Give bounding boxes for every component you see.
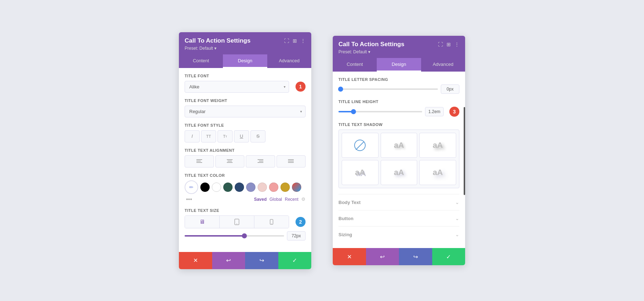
align-justify-button[interactable] <box>277 155 306 168</box>
left-panel-tabs: Content Design Advanced <box>179 54 311 68</box>
title-font-style-label: Title Font Style <box>185 123 306 127</box>
small-caps-button[interactable]: Tт <box>218 130 233 142</box>
color-actions: ••• Saved Global Recent ⚙ <box>185 196 306 203</box>
scrollbar[interactable] <box>464 107 465 195</box>
align-left-button[interactable] <box>185 155 214 168</box>
title-text-shadow-group: Title Text Shadow aA aA aA aA aA <box>338 122 459 188</box>
right-panel-header-icons: ⛶ ⊞ ⋮ <box>438 42 459 47</box>
step-badge-3: 3 <box>449 107 459 117</box>
svg-rect-12 <box>288 159 294 160</box>
cancel-button-right[interactable]: ✕ <box>333 248 366 265</box>
undo-button-left[interactable]: ↩ <box>212 252 245 269</box>
italic-button[interactable]: I <box>185 130 200 142</box>
more-vert-icon[interactable]: ⋮ <box>301 38 306 44</box>
svg-rect-6 <box>227 162 233 163</box>
saved-link[interactable]: Saved <box>254 197 267 202</box>
title-text-align-group: Title Text Alignment <box>185 148 306 168</box>
title-text-shadow-label: Title Text Shadow <box>338 122 459 127</box>
left-panel-preset[interactable]: Preset: Default ▾ <box>185 46 306 51</box>
title-text-color-group: Title Text Color ✏ ••• Saved Global Rece… <box>185 173 306 203</box>
caps-button[interactable]: TT <box>201 130 216 142</box>
shadow-option-5[interactable]: aA <box>419 160 456 185</box>
color-dark-green[interactable] <box>223 183 233 192</box>
svg-rect-13 <box>288 161 294 161</box>
tab-advanced-right[interactable]: Advanced <box>421 58 465 72</box>
title-font-select[interactable]: Alike <box>185 81 289 93</box>
grid-icon[interactable]: ⊞ <box>293 38 297 44</box>
body-text-section[interactable]: Body Text ⌄ <box>338 194 459 210</box>
color-picker-button[interactable]: ✏ <box>185 180 198 194</box>
fullscreen-icon-right[interactable]: ⛶ <box>438 42 443 47</box>
color-black[interactable] <box>200 183 210 192</box>
desktop-button[interactable]: 🖥 <box>185 216 220 228</box>
right-panel: Call To Action Settings ⛶ ⊞ ⋮ Preset: De… <box>333 36 465 265</box>
undo-button-right[interactable]: ↩ <box>366 248 399 265</box>
right-panel-preset[interactable]: Preset: Default ▾ <box>338 49 459 54</box>
button-section[interactable]: Button ⌄ <box>338 210 459 226</box>
title-text-align-label: Title Text Alignment <box>185 148 306 152</box>
color-gradient[interactable] <box>292 183 301 192</box>
confirm-button-left[interactable]: ✓ <box>278 252 312 269</box>
line-height-value[interactable]: 1.2em <box>425 107 444 116</box>
color-lavender[interactable] <box>246 183 255 192</box>
title-font-group: Title Font Alike ▾ 1 <box>185 74 306 93</box>
no-shadow-icon <box>354 140 366 151</box>
tablet-button[interactable] <box>220 216 254 228</box>
letter-spacing-slider[interactable] <box>338 88 438 90</box>
letter-spacing-value[interactable]: 0px <box>441 84 459 94</box>
tab-content-right[interactable]: Content <box>333 58 377 72</box>
color-dark-blue[interactable] <box>235 183 244 192</box>
align-right-button[interactable] <box>246 155 275 168</box>
fullscreen-icon[interactable]: ⛶ <box>284 38 289 44</box>
svg-rect-4 <box>227 159 233 160</box>
color-section: ✏ <box>185 180 306 194</box>
cancel-button-left[interactable]: ✕ <box>179 252 212 269</box>
title-text-size-label: Title Text Size <box>185 208 306 213</box>
tab-design-right[interactable]: Design <box>377 58 421 72</box>
color-more-button[interactable]: ••• <box>186 196 192 203</box>
recent-link[interactable]: Recent <box>285 197 298 202</box>
shadow-option-4[interactable]: aA <box>381 160 418 185</box>
confirm-button-right[interactable]: ✓ <box>432 248 465 265</box>
svg-rect-2 <box>196 162 202 163</box>
title-letter-spacing-group: Title Letter Spacing 0px <box>338 77 459 94</box>
global-link[interactable]: Global <box>269 197 282 202</box>
svg-rect-10 <box>258 162 263 163</box>
title-size-value[interactable]: 72px <box>287 231 306 241</box>
title-font-weight-group: Title Font Weight Regular ▾ <box>185 98 306 117</box>
shadow-option-2[interactable]: aA <box>419 133 456 158</box>
mobile-button[interactable] <box>254 216 289 228</box>
color-gold[interactable] <box>280 183 290 192</box>
right-panel-title: Call To Action Settings <box>338 41 404 48</box>
tab-advanced-left[interactable]: Advanced <box>267 54 311 68</box>
step-badge-2: 2 <box>296 217 306 227</box>
title-size-slider[interactable] <box>185 235 284 237</box>
tab-design-left[interactable]: Design <box>223 54 267 68</box>
grid-icon-right[interactable]: ⊞ <box>447 42 451 47</box>
strikethrough-button[interactable]: S <box>250 130 265 142</box>
color-white[interactable] <box>212 183 221 192</box>
color-gear-icon[interactable]: ⚙ <box>301 196 306 202</box>
redo-button-left[interactable]: ↪ <box>245 252 278 269</box>
shadow-option-1[interactable]: aA <box>381 133 418 158</box>
align-center-button[interactable] <box>215 155 245 168</box>
shadow-option-3[interactable]: aA <box>342 160 379 185</box>
more-vert-icon-right[interactable]: ⋮ <box>454 42 459 47</box>
color-light-pink[interactable] <box>258 183 267 192</box>
sizing-label: Sizing <box>338 232 352 237</box>
svg-rect-14 <box>288 162 294 163</box>
button-chevron-icon: ⌄ <box>455 215 459 221</box>
underline-button[interactable]: U <box>234 130 249 142</box>
line-height-slider[interactable] <box>338 111 422 112</box>
letter-spacing-slider-row: 0px <box>338 84 459 94</box>
title-size-slider-row: 72px <box>185 231 306 241</box>
title-font-weight-select[interactable]: Regular <box>185 106 306 117</box>
shadow-none-button[interactable] <box>342 133 379 158</box>
redo-button-right[interactable]: ↪ <box>399 248 432 265</box>
sizing-section[interactable]: Sizing ⌄ <box>338 226 459 242</box>
svg-rect-8 <box>258 159 263 160</box>
tab-content-left[interactable]: Content <box>179 54 223 68</box>
color-pink[interactable] <box>269 183 278 192</box>
title-font-label: Title Font <box>185 74 306 78</box>
left-panel-footer: ✕ ↩ ↪ ✓ <box>179 252 311 269</box>
